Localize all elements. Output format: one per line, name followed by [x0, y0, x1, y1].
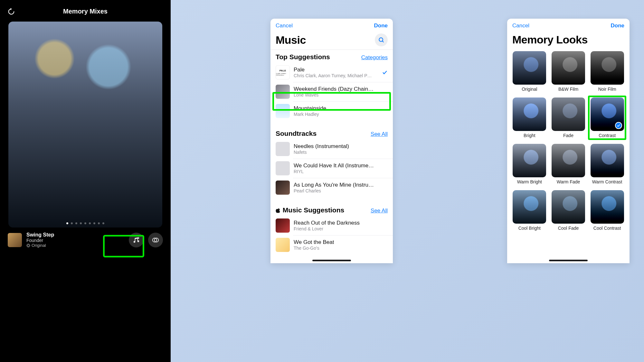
page-title: Memory Mixes [63, 8, 108, 15]
album-art [276, 104, 290, 118]
album-art [276, 85, 290, 99]
song-row[interactable]: PALECLARK TURNEY PETRUCELLI Pale Chris C… [270, 63, 393, 82]
song-row[interactable]: As Long As You're Mine (Instru…Pearl Cha… [270, 178, 393, 197]
look-tile-bw[interactable]: B&W Film [551, 51, 586, 92]
section-apple-music: Music Suggestions [276, 206, 344, 214]
song-row[interactable]: Weekend Friends (Dazy Chain R… Lone Wave… [270, 82, 393, 101]
song-row[interactable]: Reach Out of the DarknessFriend & Lover [270, 216, 393, 235]
sheet-title: Music [276, 34, 306, 46]
album-art [276, 161, 290, 175]
page-dots [8, 222, 162, 224]
svg-point-0 [27, 245, 29, 246]
look-thumb [513, 51, 546, 85]
look-tile-coolf[interactable]: Cool Fade [551, 190, 586, 231]
look-thumb [552, 51, 585, 85]
song-artist: Lone Waves [294, 92, 374, 97]
song-row[interactable]: We Could Have It All (Instrumen…RIYL [270, 159, 393, 178]
look-thumb [513, 190, 546, 224]
look-tile-coolb[interactable]: Cool Bright [512, 190, 547, 231]
song-artist: Chris Clark, Aaron Turney, Michael Pe… [294, 73, 374, 78]
look-thumb [591, 51, 624, 85]
song-title: Pale [294, 67, 374, 73]
look-tile-coolc[interactable]: Cool Contrast [590, 190, 624, 231]
look-label: Cool Contrast [593, 226, 621, 231]
look-tile-noir[interactable]: Noir Film [590, 51, 624, 92]
see-all-link[interactable]: See All [371, 208, 388, 214]
look-tile-warmf[interactable]: Warm Fade [551, 144, 586, 184]
look-label: Warm Contrast [592, 179, 622, 184]
checkmark-icon [382, 70, 388, 75]
done-button[interactable]: Done [611, 23, 625, 29]
looks-screen-container: Cancel Done Memory Looks OriginalB&W Fil… [493, 0, 644, 362]
look-label: Cool Bright [518, 226, 541, 231]
look-label: Fade [563, 133, 573, 138]
memory-preview[interactable] [8, 22, 162, 227]
look-thumb [513, 144, 546, 177]
album-art: PALECLARK TURNEY PETRUCELLI [276, 65, 290, 79]
music-screen-container: Cancel Done Music Top Suggestions Catego… [256, 0, 407, 362]
album-art [276, 181, 290, 195]
selected-check-icon [615, 122, 622, 129]
back-icon[interactable] [8, 7, 15, 16]
looks-sheet: Cancel Done Memory Looks OriginalB&W Fil… [507, 19, 630, 263]
album-art [276, 142, 290, 156]
look-label: Noir Film [598, 87, 616, 92]
home-indicator[interactable] [312, 260, 351, 261]
song-artist: Mark Hadley [294, 112, 326, 117]
song-row[interactable]: Needles (Instrumental)Nafets [270, 139, 393, 159]
look-label: Cool Fade [558, 226, 579, 231]
done-button[interactable]: Done [374, 23, 388, 29]
section-top-suggestions: Top Suggestions [276, 53, 330, 61]
look-label: Original [522, 87, 537, 92]
look-tile-fade[interactable]: Fade [551, 97, 586, 138]
song-row[interactable]: Mountainside Mark Hadley [270, 101, 393, 121]
track-artist: Founder [26, 238, 54, 243]
look-tile-contrast[interactable]: Contrast [590, 97, 624, 138]
look-thumb [513, 97, 546, 131]
look-label: Bright [524, 133, 535, 138]
cancel-button[interactable]: Cancel [276, 23, 293, 29]
look-tile-bright[interactable]: Bright [512, 97, 547, 138]
memory-mixes-screen: Memory Mixes Swing Step Founder Original [0, 0, 171, 362]
home-indicator[interactable] [549, 260, 588, 261]
track-look: Original [26, 243, 54, 248]
now-playing-bar: Swing Step Founder Original [0, 227, 171, 248]
track-art [8, 233, 22, 247]
look-label: Contrast [599, 133, 616, 138]
song-title: Weekend Friends (Dazy Chain R… [294, 86, 374, 92]
categories-link[interactable]: Categories [361, 54, 388, 61]
look-tile-warmb[interactable]: Warm Bright [512, 144, 547, 184]
song-row[interactable]: We Got the BeatThe Go-Go's [270, 235, 393, 255]
search-icon [378, 37, 384, 43]
look-tile-warmc[interactable]: Warm Contrast [590, 144, 624, 184]
apple-logo-icon [276, 208, 281, 213]
look-thumb [552, 97, 585, 131]
cancel-button[interactable]: Cancel [512, 23, 529, 29]
look-thumb [552, 190, 585, 224]
search-button[interactable] [375, 33, 388, 46]
look-tile-original[interactable]: Original [512, 51, 547, 92]
look-label: Warm Bright [517, 179, 542, 184]
look-thumb [591, 190, 624, 224]
look-label: B&W Film [558, 87, 578, 92]
look-thumb [591, 97, 624, 131]
looks-button[interactable] [148, 233, 163, 247]
music-button[interactable] [129, 233, 144, 247]
section-soundtracks: Soundtracks [276, 130, 317, 137]
sheet-title: Memory Looks [512, 33, 588, 46]
look-thumb [591, 144, 624, 177]
album-art [276, 218, 290, 233]
song-title: Mountainside [294, 105, 326, 112]
look-thumb [552, 144, 585, 177]
music-sheet: Cancel Done Music Top Suggestions Catego… [270, 19, 393, 263]
album-art [276, 238, 290, 252]
looks-grid: OriginalB&W FilmNoir FilmBrightFadeContr… [507, 49, 630, 236]
see-all-link[interactable]: See All [371, 131, 388, 137]
look-label: Warm Fade [557, 179, 580, 184]
track-title: Swing Step [26, 232, 54, 238]
